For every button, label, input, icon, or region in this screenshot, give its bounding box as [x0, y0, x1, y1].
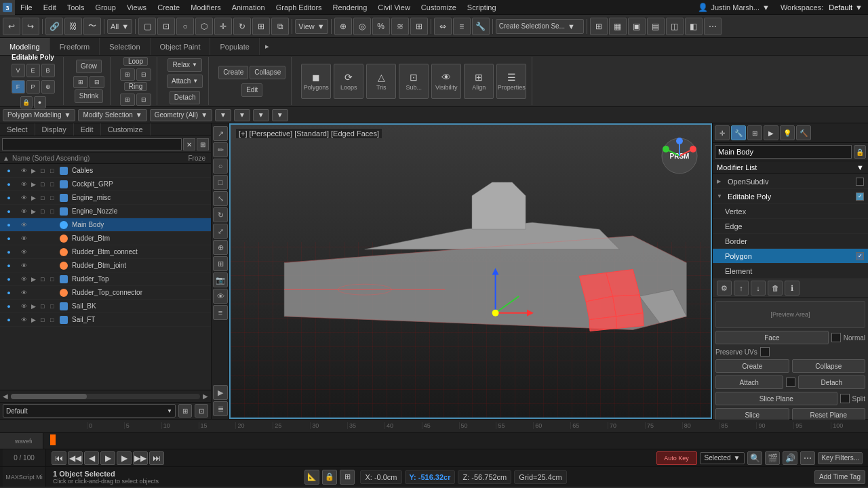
btn-next-key[interactable]: ▶▶ — [133, 451, 148, 465]
scene-search-input[interactable] — [2, 138, 182, 150]
modifier-opensubdiv[interactable]: ▶ OpenSubdiv — [713, 174, 868, 189]
btn-render-anim[interactable]: 🎬 — [765, 451, 780, 465]
scale-btn[interactable]: ⊞ — [252, 18, 270, 35]
modifier-settings-btn[interactable]: ⚙ — [717, 281, 732, 296]
panel-tab-select[interactable]: Select — [0, 123, 35, 136]
redo-btn[interactable]: ↪ — [22, 18, 39, 35]
list-item[interactable]: ● 👁 ▶ □ □ Engine_Nozzle — [0, 205, 211, 218]
filter-dropdown[interactable]: All▼ — [107, 19, 132, 34]
layer-btn[interactable]: 🔧 — [472, 18, 490, 35]
list-item-main-body[interactable]: ● 👁 Main Body — [0, 218, 211, 232]
loop-sub-btn[interactable]: ⊞ — [120, 68, 135, 81]
geometry-all-dropdown[interactable]: Geometry (All)▼ — [150, 109, 212, 121]
link-btn[interactable]: 🔗 — [45, 18, 63, 35]
preserve-uvs-checkbox[interactable] — [760, 347, 770, 357]
list-item[interactable]: ● 👁 ▶ □ □ Rudder_Top — [0, 272, 211, 286]
ribbon-sphere-btn[interactable]: ● — [34, 96, 46, 108]
tab-selection[interactable]: Selection — [100, 38, 150, 55]
side-icon-rotate[interactable]: ↻ — [213, 207, 228, 222]
rp-display-btn[interactable]: 💡 — [780, 125, 795, 140]
subbar-extra-btn3[interactable]: ▼ — [253, 109, 269, 121]
menu-animation[interactable]: Animation — [226, 0, 271, 14]
create-selection-dropdown[interactable]: Create Selection Se...▼ — [496, 19, 584, 34]
tab-populate[interactable]: Populate — [210, 38, 259, 55]
extra-btn[interactable]: ⋯ — [704, 18, 722, 35]
menu-scripting[interactable]: Scripting — [462, 0, 502, 14]
modify-selection-dropdown[interactable]: Modify Selection▼ — [78, 109, 146, 121]
squish-btn[interactable]: ⧉ — [271, 18, 289, 35]
maxscript-mini[interactable]: MAXScript Mi — [3, 467, 46, 487]
list-item[interactable]: ● 👁 ▶ □ □ Cockpit_GRP — [0, 178, 211, 191]
side-icon-camera[interactable]: 📷 — [213, 272, 228, 287]
modifier-move-down-btn[interactable]: ↓ — [751, 281, 766, 296]
panel-tab-customize[interactable]: Customize — [101, 123, 151, 136]
percent-snap-btn[interactable]: % — [372, 18, 390, 35]
search-filter-btn[interactable]: ⊞ — [197, 138, 209, 150]
rp-hierarchy-btn[interactable]: ⊞ — [747, 125, 762, 140]
btn-auto-key[interactable]: Auto Key — [656, 451, 697, 465]
shrink-btn[interactable]: Shrink — [75, 89, 103, 103]
panel-tab-display[interactable]: Display — [35, 123, 74, 136]
select-region-btn[interactable]: ⊡ — [157, 18, 175, 35]
rp-modify-btn[interactable]: 🔧 — [731, 125, 746, 140]
menu-graph-editors[interactable]: Graph Editors — [271, 0, 328, 14]
modifier-list-header[interactable]: Modifier List ▼ — [713, 161, 868, 174]
side-icon-scale[interactable]: ⤢ — [213, 224, 228, 239]
scene-scroll-right[interactable]: ▶ — [203, 392, 208, 400]
collapse-prop-btn[interactable]: Collapse — [792, 359, 866, 373]
detach-btn[interactable]: Detach — [170, 91, 201, 104]
render-btn[interactable]: ▦ — [609, 18, 627, 35]
loops-btn[interactable]: ⟳ Loops — [334, 64, 363, 99]
ribbon-face-btn[interactable]: F — [12, 80, 25, 94]
side-icon-rect[interactable]: □ — [213, 175, 228, 190]
menu-file[interactable]: File — [15, 0, 38, 14]
render-frame-btn[interactable]: ▣ — [628, 18, 646, 35]
list-item[interactable]: ● 👁 ▶ □ □ Cables — [0, 164, 211, 178]
tab-object-paint[interactable]: Object Paint — [151, 38, 211, 55]
viewport-3d[interactable]: [+] [Perspective] [Standard] [Edged Face… — [229, 123, 712, 419]
angle-snap-btn[interactable]: ◎ — [353, 18, 371, 35]
workspace-selector[interactable]: Workspaces: Default ▼ — [775, 2, 868, 13]
mirror-btn[interactable]: ⇔ — [434, 18, 452, 35]
transform-btn[interactable]: ✛ — [214, 18, 232, 35]
ring-sub2-btn[interactable]: ⊟ — [136, 94, 151, 106]
grow-sub2-btn[interactable]: ⊟ — [90, 76, 104, 88]
modifier-move-up-btn[interactable]: ↑ — [734, 281, 749, 296]
status-snap-icon[interactable]: 📐 — [304, 470, 319, 485]
list-item[interactable]: ● 👁 ▶ □ □ Sail_FT — [0, 313, 211, 327]
modifier-border[interactable]: Border — [713, 234, 868, 249]
ribbon-elem-btn[interactable]: P — [26, 80, 40, 94]
side-icon-list2[interactable]: ≣ — [213, 401, 228, 416]
key-filters-btn[interactable]: Key Filters... — [818, 452, 863, 464]
object-name-field[interactable] — [715, 145, 852, 159]
loop-sub2-btn[interactable]: ⊟ — [136, 68, 151, 81]
side-icon-play[interactable]: ▶ — [213, 385, 228, 400]
side-icon-circle[interactable]: ○ — [213, 159, 228, 174]
btn-search[interactable]: 🔍 — [747, 451, 762, 465]
align-btn[interactable]: ≡ — [453, 18, 471, 35]
menu-group[interactable]: Group — [90, 0, 121, 14]
face-btn[interactable]: Face — [715, 331, 829, 344]
modifier-opensubdiv-checkbox[interactable] — [856, 178, 864, 186]
render-setup-btn[interactable]: ⊞ — [590, 18, 608, 35]
timeline-playback-track[interactable] — [43, 433, 868, 449]
snap-btn[interactable]: ⊕ — [334, 18, 352, 35]
menu-views[interactable]: Views — [121, 0, 152, 14]
ring-sub-btn[interactable]: ⊞ — [120, 94, 135, 106]
collapse-btn[interactable]: Collapse — [250, 66, 285, 79]
tris-btn[interactable]: △ Tris — [366, 64, 396, 99]
add-time-tag-btn[interactable]: Add Time Tag — [814, 470, 865, 484]
media-btn[interactable]: ◫ — [666, 18, 684, 35]
ribbon-edge-btn[interactable]: E — [26, 64, 40, 77]
ribbon-extra-btn[interactable]: ⊕ — [41, 80, 55, 94]
side-icon-magnet[interactable]: ⊕ — [213, 240, 228, 255]
side-icon-pen[interactable]: ✏ — [213, 142, 228, 157]
spinner-snap-btn[interactable]: ≋ — [391, 18, 409, 35]
btn-prev-frame[interactable]: ◀ — [84, 451, 99, 465]
circle-select-btn[interactable]: ○ — [176, 18, 194, 35]
subbar-extra-btn[interactable]: ▼ — [215, 109, 231, 121]
align-btn[interactable]: ⊞ Align — [464, 64, 494, 99]
list-item[interactable]: ● 👁 Rudder_Btm — [0, 232, 211, 245]
menu-tools[interactable]: Tools — [62, 0, 90, 14]
menu-rendering[interactable]: Rendering — [328, 0, 373, 14]
